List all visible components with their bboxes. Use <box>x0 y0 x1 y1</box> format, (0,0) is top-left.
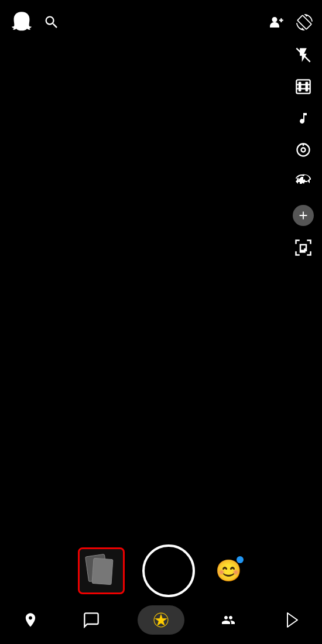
top-right-controls <box>265 14 313 33</box>
chat-nav-item[interactable] <box>77 605 106 635</box>
timer-button[interactable] <box>295 142 311 160</box>
notification-dot <box>237 556 244 563</box>
shutter-button[interactable] <box>142 544 195 597</box>
svg-rect-4 <box>296 84 310 85</box>
map-nav-item[interactable] <box>16 605 45 635</box>
right-sidebar <box>293 47 314 259</box>
top-bar <box>0 0 322 47</box>
music-button[interactable] <box>296 110 310 129</box>
svg-rect-5 <box>296 88 310 89</box>
top-left-controls <box>9 10 60 37</box>
bottom-controls: 😊 <box>0 544 322 597</box>
bottom-nav <box>0 600 322 644</box>
emoji-lens-button[interactable]: 😊 <box>213 555 245 587</box>
svg-point-7 <box>302 148 306 152</box>
flip-camera-button[interactable] <box>294 173 312 192</box>
spotlight-nav-item[interactable] <box>138 605 184 635</box>
flash-off-button[interactable] <box>295 47 311 66</box>
rotate-phone-button[interactable] <box>296 14 313 33</box>
add-friend-button[interactable] <box>265 14 285 33</box>
gallery-card-2 <box>91 557 113 584</box>
plus-button[interactable] <box>293 205 314 226</box>
svg-marker-10 <box>287 613 297 627</box>
scan-button[interactable] <box>294 239 312 259</box>
svg-rect-3 <box>306 82 309 91</box>
friends-nav-item[interactable] <box>216 605 245 635</box>
svg-rect-2 <box>299 82 302 91</box>
filter-button[interactable] <box>295 78 311 97</box>
snapchat-logo[interactable] <box>9 10 34 37</box>
search-button[interactable] <box>43 14 60 33</box>
gallery-button[interactable] <box>78 547 125 594</box>
stories-nav-item[interactable] <box>277 605 306 635</box>
